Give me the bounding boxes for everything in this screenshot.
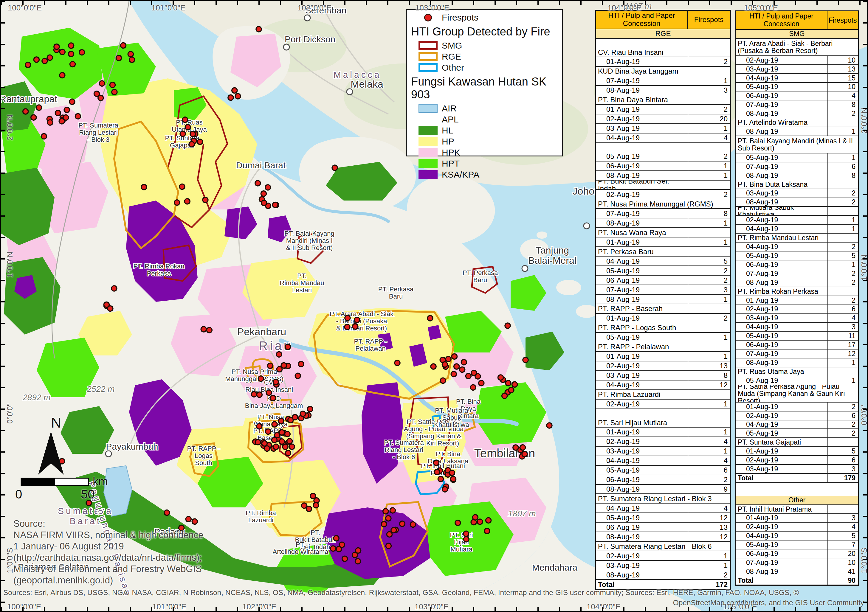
firespot-count-cell: 2: [828, 243, 858, 251]
date-count-row: 04-Aug-1915: [736, 74, 858, 83]
date-count-row: 01-Aug-191: [596, 238, 730, 247]
date-count-row: 05-Aug-192: [736, 429, 858, 438]
firespot-dot: [473, 515, 478, 520]
firespot-count-cell: 6: [828, 456, 858, 464]
firespot-dot: [508, 387, 514, 393]
group-subheader-row: Other: [736, 496, 858, 505]
company-row: PT. Suntara Gajapati: [736, 438, 858, 447]
legend-item-label: AIR: [442, 104, 457, 113]
date-count-row: 02-Aug-1920: [596, 114, 730, 124]
firespot-count-cell: [688, 95, 730, 104]
firespot-dot: [477, 519, 483, 524]
total-row: Total90: [736, 576, 858, 585]
date-count-row: 05-Aug-191: [596, 333, 730, 342]
date-count-row: 07-Aug-196: [736, 162, 858, 172]
company-row: PT. Artelindo Wiratama: [736, 118, 858, 127]
firespot-dot: [354, 317, 360, 323]
firespot-dot: [513, 445, 518, 450]
firespot-dot: [479, 380, 484, 386]
source-text-line: (http://earthdata.nasa.gov/data/nrt-data…: [13, 552, 204, 563]
firespot-count-cell: 4: [688, 133, 730, 142]
city-label: Pekanbaru: [237, 326, 286, 337]
firespot-dot: [339, 542, 344, 547]
source-text-line: NASA FIRM VIIRS, nominal & high confiden…: [13, 530, 204, 541]
firespot-dot: [261, 191, 266, 196]
firespot-dot: [129, 57, 135, 62]
firespot-dot: [470, 385, 476, 390]
firespot-dot: [505, 380, 511, 386]
date-cell: 05-Aug-19: [596, 333, 688, 342]
firespots-table-rge[interactable]: HTI / Pulp and Paper ConcessionFirespots…: [595, 10, 731, 590]
firespot-dot: [523, 357, 528, 363]
firespot-count-cell: 13: [688, 362, 730, 370]
date-count-row: 05-Aug-192: [596, 143, 730, 161]
name-cell: CV. Riau Bina Insani: [596, 39, 688, 57]
firespot-count-cell: [688, 67, 730, 76]
date-cell: 04-Aug-19: [596, 380, 688, 389]
firespot-dot: [262, 440, 267, 446]
date-count-row: 03-Aug-194: [736, 314, 858, 323]
firespot-dot: [104, 302, 109, 307]
company-row: KUD Bina Jaya Langgam: [596, 67, 730, 76]
firespot-count-cell: 8: [688, 371, 730, 380]
firespot-dot: [264, 446, 270, 451]
table-header: HTI / Pulp and Paper ConcessionFirespots: [596, 11, 730, 29]
date-cell: 05-Aug-19: [736, 252, 828, 260]
date-cell: 05-Aug-19: [596, 143, 688, 161]
group-subheader-row: RGE: [596, 29, 730, 39]
firespot-dot: [313, 503, 319, 508]
graticule-label: 1°0'0"N: [860, 255, 868, 281]
firespots-table-smg-other[interactable]: HTI / Pulp and Paper ConcessionFirespots…: [735, 11, 859, 586]
date-count-row: 06-Aug-191: [736, 260, 858, 269]
firespot-dot: [442, 487, 448, 492]
firespot-dot: [164, 510, 170, 515]
firespot-count-cell: 2: [688, 57, 730, 66]
firespot-dot: [31, 115, 36, 120]
firespot-dot: [261, 200, 267, 206]
firespot-dot: [387, 532, 392, 537]
map-document: MalaccaRiauSumateraBaratPegunungan Baris…: [0, 0, 868, 612]
date-count-row: 08-Aug-198: [736, 172, 858, 180]
firespot-dot: [266, 390, 271, 396]
firespot-count-cell: [688, 304, 730, 313]
firespot-dot: [278, 418, 284, 424]
date-cell: 05-Aug-19: [736, 429, 828, 437]
date-cell: 04-Aug-19: [736, 225, 828, 233]
header-firespots: Firespots: [827, 11, 858, 29]
firespot-count-cell: 1: [828, 225, 858, 233]
firespot-count-cell: 5: [688, 257, 730, 266]
company-row: PT. Nusa Prima Manunggal (RGMS): [596, 199, 730, 209]
conc-label: PT. Balai KayangMandiri (Minas I& II Sub…: [284, 230, 335, 252]
firespot-dot: [428, 315, 433, 321]
firespot-count-cell: 3: [828, 514, 858, 522]
firespot-dot: [235, 94, 240, 99]
name-cell: PT. Sari Hijau Mutiara: [596, 409, 688, 427]
date-cell: 02-Aug-19: [736, 456, 828, 464]
firespot-dot: [381, 521, 387, 527]
graticule-label: 0°0'0": [5, 403, 15, 424]
legend-item-hp: HP: [407, 136, 562, 147]
date-cell: 05-Aug-19: [736, 83, 828, 91]
date-cell: 01-Aug-19: [736, 514, 828, 522]
company-row: PT. Arara Abadi - Siak - Berbari (Pusaka…: [736, 39, 858, 56]
date-count-row: 03-Aug-193: [736, 465, 858, 474]
date-count-row: 02-Aug-194: [596, 437, 730, 447]
graticule-label: 1°0'0"S: [860, 548, 868, 573]
date-count-row: 08-Aug-191: [596, 218, 730, 228]
date-count-row: 08-Aug-191: [596, 295, 730, 304]
name-cell: PT. Balai Kayang Mandiri (Minas I & II S…: [736, 136, 858, 153]
date-cell: 03-Aug-19: [596, 561, 688, 570]
scale-zero-label: 0: [15, 487, 22, 501]
firespot-dot: [386, 516, 391, 521]
firespot-count-cell: [828, 438, 858, 446]
legend-item-rge: RGE: [407, 51, 562, 62]
date-count-row: 04-Aug-194: [596, 504, 730, 513]
company-row: PT. Sumatera Riang Lestari - Blok 3: [596, 494, 730, 504]
north-arrow-icon: [38, 431, 64, 474]
date-count-row: 03-Aug-1913: [736, 65, 858, 74]
scale-bar-fill: [21, 478, 55, 485]
date-count-row: 01-Aug-192: [596, 57, 730, 67]
date-cell: 02-Aug-19: [596, 190, 688, 199]
firespot-dot: [391, 527, 397, 533]
date-count-row: 01-Aug-192: [736, 296, 858, 305]
